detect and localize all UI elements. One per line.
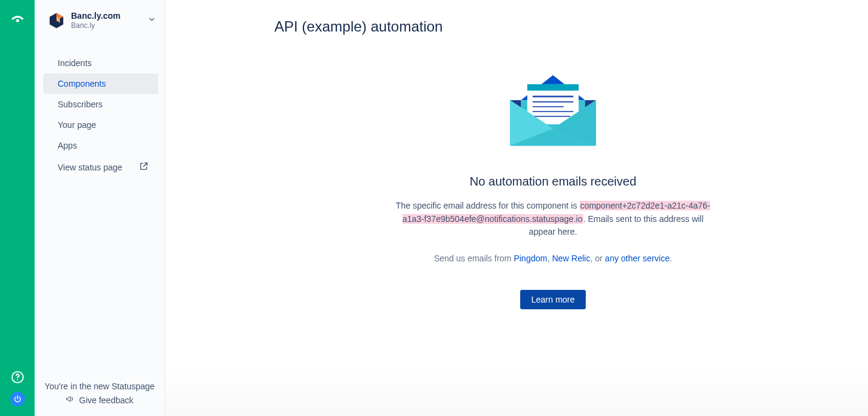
give-feedback-button[interactable]: Give feedback <box>35 395 164 405</box>
external-link-icon <box>139 161 149 173</box>
sidebar: Banc.ly.com Banc.ly Incidents Components… <box>35 0 165 416</box>
help-icon[interactable] <box>10 370 25 384</box>
org-subtitle: Banc.ly <box>71 21 141 30</box>
sidebar-item-label: View status page <box>58 163 122 172</box>
learn-more-button[interactable]: Learn more <box>520 290 586 309</box>
sidebar-item-label: Incidents <box>58 58 92 68</box>
empty-state: No automation emails received The specif… <box>395 65 711 309</box>
power-icon[interactable] <box>10 392 25 406</box>
sidebar-item-label: Your page <box>58 120 96 130</box>
chevron-down-icon <box>147 15 156 25</box>
sidebar-item-view-status-page[interactable]: View status page <box>43 156 158 178</box>
empty-state-heading: No automation emails received <box>395 175 711 189</box>
sidebar-item-label: Components <box>58 79 106 89</box>
send-suffix: . <box>670 253 672 263</box>
sidebar-item-label: Subscribers <box>58 99 103 109</box>
global-rail <box>0 0 35 416</box>
sidebar-item-apps[interactable]: Apps <box>43 135 158 156</box>
org-logo-icon <box>48 12 65 29</box>
sidebar-item-components[interactable]: Components <box>43 73 158 94</box>
link-pingdom[interactable]: Pingdom <box>514 253 547 263</box>
send-emails-hint: Send us emails from Pingdom, New Relic, … <box>395 252 711 266</box>
main-content: API (example) automation <box>165 0 868 416</box>
sidebar-footer: You're in the new Statuspage Give feedba… <box>35 375 164 416</box>
svg-point-2 <box>16 379 18 380</box>
sep2: , or <box>590 253 605 263</box>
sidebar-item-incidents[interactable]: Incidents <box>43 53 158 73</box>
sidebar-item-subscribers[interactable]: Subscribers <box>43 94 158 115</box>
sidebar-item-label: Apps <box>58 141 77 150</box>
svg-rect-9 <box>527 84 579 91</box>
envelope-illustration-icon <box>498 65 608 156</box>
org-switcher[interactable]: Banc.ly.com Banc.ly <box>35 0 164 41</box>
megaphone-icon <box>66 395 74 405</box>
svg-point-0 <box>16 19 19 22</box>
send-prefix: Send us emails from <box>434 253 514 263</box>
page-title: API (example) automation <box>274 18 832 35</box>
app-switcher-icon[interactable] <box>10 12 25 27</box>
org-text: Banc.ly.com Banc.ly <box>71 11 141 30</box>
link-new-relic[interactable]: New Relic <box>552 253 590 263</box>
new-statuspage-note: You're in the new Statuspage <box>35 381 164 391</box>
sidebar-item-your-page[interactable]: Your page <box>43 115 158 135</box>
empty-state-description: The specific email address for this comp… <box>395 200 711 239</box>
feedback-label: Give feedback <box>79 395 134 405</box>
sidebar-nav: Incidents Components Subscribers Your pa… <box>35 41 164 178</box>
link-any-other-service[interactable]: any other service <box>605 253 670 263</box>
desc-prefix: The specific email address for this comp… <box>396 201 580 210</box>
org-title: Banc.ly.com <box>71 11 141 21</box>
